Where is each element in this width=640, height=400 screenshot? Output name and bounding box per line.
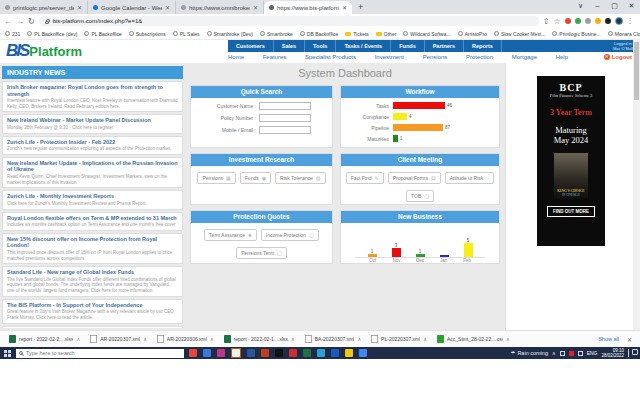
bookmark-231[interactable]: 231 (5, 31, 20, 37)
nav-funds[interactable]: Funds (391, 40, 425, 52)
weather-widget[interactable]: ☂ Rain coming (510, 350, 548, 356)
download-item[interactable]: BA-20220307.xml∧ (300, 333, 366, 346)
extension-icon[interactable] (595, 18, 601, 24)
notification-center-icon[interactable] (628, 349, 636, 357)
bookmark-pl-backoffice-dev[interactable]: PL Backoffice (dev) (27, 31, 77, 37)
workflow-row-pipeline[interactable]: Pipeline87 (341, 124, 499, 131)
tob-button[interactable]: TOB▢ (406, 190, 434, 202)
news-item[interactable]: New Ireland Market Update - Implications… (2, 157, 183, 188)
pensions-term-button[interactable]: Pensions Term▢ (236, 247, 287, 259)
news-item[interactable]: New Ireland Webinar - Market Update Pane… (2, 114, 183, 133)
customer-name-input[interactable] (259, 102, 311, 110)
nav-partners[interactable]: Partners (425, 40, 464, 52)
pensions-button[interactable]: Pensions▦ (197, 172, 235, 184)
taskbar-clock[interactable]: 09:10 28/02/2022 (601, 348, 624, 358)
workflow-row-maturities[interactable]: Maturities1 (341, 135, 499, 142)
extension-icon[interactable] (585, 18, 591, 24)
news-item[interactable]: Irish Broker magazine: Royal London goes… (2, 81, 183, 112)
chevron-up-icon[interactable]: ∧ (423, 336, 427, 342)
news-item[interactable]: Have you come across a duplicate client … (2, 326, 183, 329)
subnav-investment[interactable]: Investment (375, 54, 404, 60)
subnav-protection[interactable]: Protection (466, 54, 493, 60)
scrollbar-thumb[interactable] (634, 42, 639, 100)
close-button[interactable]: ✕ (623, 0, 640, 12)
news-item[interactable]: Standard Life - New range of Global Inde… (2, 266, 183, 296)
logout-button[interactable]: ✕ Logout (604, 54, 632, 60)
tray-network-icon[interactable] (578, 351, 583, 356)
risk-tolerance-button[interactable]: Risk Tolerance▥ (275, 172, 325, 184)
maximize-button[interactable]: ▢ (606, 0, 623, 12)
bookmark-tickets[interactable]: Tickets (345, 31, 369, 37)
extension-icon[interactable] (575, 18, 581, 24)
term-assurance-button[interactable]: Term Assurance◈ (204, 229, 257, 241)
url-text[interactable]: bis-platform.com/index.php?e=1& (53, 18, 143, 24)
bookmark-db-backoffice[interactable]: DB Backoffice (300, 31, 338, 37)
share-icon[interactable]: ⇧ (543, 17, 550, 26)
download-item[interactable]: Acc_Stmt_28-02-22....csv∧ (432, 333, 515, 346)
taskbar-app-1[interactable] (189, 349, 197, 357)
download-item[interactable]: PL-20220307.xml∧ (366, 333, 432, 346)
nav-tasks-events[interactable]: Tasks / Events (336, 40, 391, 52)
language-indicator[interactable]: ENG (587, 350, 598, 356)
bookmark-pl-backoffice[interactable]: PL Backoffice (84, 31, 121, 37)
browser-tab[interactable]: https://www.bis-platform.com/in✕ (264, 1, 352, 14)
taskbar-app-4[interactable] (232, 349, 240, 357)
bookmark-star-icon[interactable]: ☆ (553, 17, 560, 26)
policy-number-input[interactable] (259, 114, 311, 122)
taskbar-app-6[interactable] (261, 349, 269, 357)
chevron-up-icon[interactable]: ∧ (210, 336, 214, 342)
taskbar-search[interactable] (16, 349, 184, 358)
subnav-features[interactable]: Features (263, 54, 287, 60)
browser-menu-icon[interactable]: ⋮ (627, 17, 634, 25)
bookmark-wildcard-softwa[interactable]: Wildcard Softwa... (403, 31, 450, 37)
chevron-up-icon[interactable]: ∧ (506, 336, 510, 342)
new-tab-button[interactable]: + (352, 2, 369, 12)
news-item[interactable]: The BIS Platform - In Support of Your In… (2, 299, 183, 324)
bookmark-pl-sales[interactable]: PL Sales (173, 31, 200, 37)
taskbar-app-12[interactable] (345, 349, 353, 357)
browser-tab[interactable]: printlogic.pre/server_details.php✕ (0, 1, 88, 14)
minimize-button[interactable]: – (589, 0, 606, 12)
download-item[interactable]: report - 2022-02-1....xlsx∧ (219, 333, 300, 346)
bookmark-arristopro[interactable]: ArristoPro (458, 31, 487, 37)
bookmark-smartbroke-dev[interactable]: Smartbroke (Dev) (207, 31, 253, 37)
tab-close-icon[interactable]: ✕ (253, 4, 258, 11)
bis-platform-logo[interactable]: BISPlatform (6, 41, 82, 61)
tray-expand-icon[interactable]: ∧ (552, 350, 556, 356)
nav-tools[interactable]: Tools (305, 40, 336, 52)
mobile-email-input[interactable] (259, 126, 311, 134)
start-button[interactable] (4, 350, 11, 357)
tab-close-icon[interactable]: ✕ (165, 4, 170, 11)
browser-tab[interactable]: Google Calendar - Week of 20 F✕ (88, 1, 176, 14)
taskbar-app-13[interactable] (359, 349, 367, 357)
tray-alert-icon[interactable] (569, 351, 574, 356)
attitude-to-risk-button[interactable]: Attitude to Risk◔ (445, 172, 495, 184)
taskbar-app-2[interactable] (203, 349, 211, 357)
chevron-up-icon[interactable]: ∧ (291, 336, 295, 342)
extension-icon[interactable] (605, 18, 611, 24)
subnav-help[interactable]: Help (556, 54, 568, 60)
nav-reports[interactable]: Reports (464, 40, 502, 52)
proposal-forms-button[interactable]: Proposal Forms▤ (388, 172, 441, 184)
address-bar[interactable]: bis-platform.com/index.php?e=1& (39, 16, 539, 26)
browser-tab[interactable]: https://www.omnibroker.com/sol✕ (176, 1, 264, 14)
taskbar-app-10[interactable] (317, 349, 325, 357)
bookmark-monara-cloud-ide[interactable]: Monara Cloud IDE (608, 31, 640, 37)
fact-find-button[interactable]: Fact Find✎ (346, 172, 384, 184)
taskbar-app-5[interactable] (247, 349, 255, 357)
search-input[interactable] (26, 350, 166, 356)
bookmark-printlogic-busine[interactable]: Printlogic Busine... (552, 31, 600, 37)
news-item[interactable]: Royal London flexible offers on Term & M… (2, 212, 183, 231)
subnav-mortgage[interactable]: Mortgage (512, 54, 537, 60)
download-item[interactable]: report - 2022-02-2....xlsx∧ (4, 333, 85, 346)
workflow-row-compliance[interactable]: Compliance4 (341, 113, 499, 120)
workflow-row-tasks[interactable]: Tasks46 (341, 102, 499, 109)
bookmark-subscriptions[interactable]: Subscriptions (129, 31, 166, 37)
news-item[interactable]: Zurich Life - Monthly Investment Reports… (2, 190, 183, 209)
chevron-up-icon[interactable]: ∧ (357, 336, 361, 342)
find-out-more-button[interactable]: FIND OUT MORE (547, 206, 595, 217)
page-scrollbar[interactable] (633, 40, 640, 347)
taskbar-app-highlight[interactable] (231, 348, 241, 358)
news-item[interactable]: Zurich Life - Protection Insider - Feb 2… (2, 136, 183, 155)
download-item[interactable]: AR-20220307.xml∧ (85, 333, 152, 346)
